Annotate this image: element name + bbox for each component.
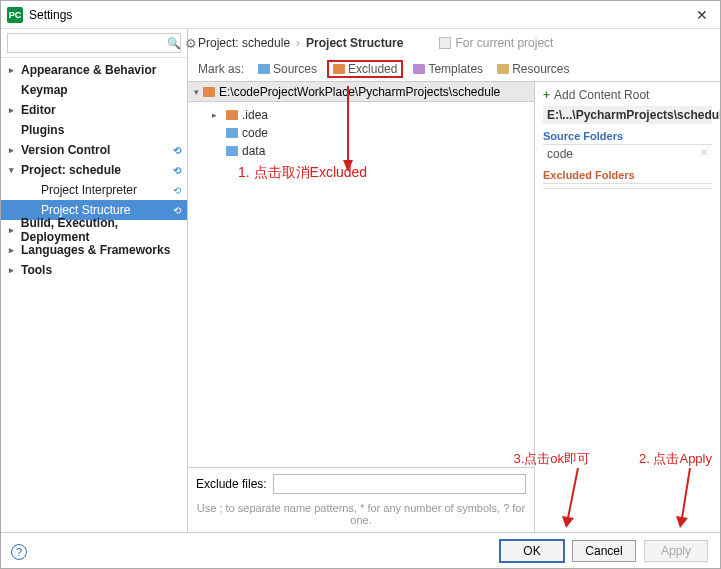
- reset-icon[interactable]: ⟲: [173, 205, 181, 216]
- sidebar-item-plugins[interactable]: Plugins: [1, 120, 187, 140]
- annotation-text-1: 1. 点击取消Excluded: [238, 164, 367, 182]
- sidebar-item-tools[interactable]: ▸Tools: [1, 260, 187, 280]
- file-tree-label: data: [242, 144, 265, 158]
- plus-icon: +: [543, 88, 550, 102]
- sidebar-item-label: Languages & Frameworks: [19, 243, 170, 257]
- chevron-icon: ▸: [9, 105, 19, 115]
- chevron-icon: ▸: [9, 225, 19, 235]
- sidebar-item-editor[interactable]: ▸Editor: [1, 100, 187, 120]
- reset-icon[interactable]: ⟲: [173, 185, 181, 196]
- sidebar-item-label: Project Structure: [39, 203, 130, 217]
- remove-source-icon[interactable]: ✕: [700, 147, 708, 161]
- ok-button[interactable]: OK: [500, 540, 564, 562]
- exclude-input[interactable]: [273, 474, 526, 494]
- breadcrumb-parent[interactable]: Project: schedule: [198, 36, 290, 50]
- reset-icon[interactable]: ⟲: [173, 165, 181, 176]
- chevron-icon: ▸: [9, 245, 19, 255]
- chevron-down-icon: ▾: [194, 87, 199, 97]
- mark-resources-button[interactable]: Resources: [493, 61, 573, 77]
- folder-icon: [226, 146, 238, 156]
- folder-icon: [226, 110, 238, 120]
- chevron-icon: ▸: [9, 65, 19, 75]
- source-folders-header: Source Folders: [543, 130, 712, 145]
- add-content-root-button[interactable]: + Add Content Root: [543, 88, 712, 102]
- sidebar-item-label: Project: schedule: [19, 163, 121, 177]
- file-tree-item[interactable]: ▸.idea: [212, 106, 534, 124]
- mark-excluded-button[interactable]: Excluded: [327, 60, 403, 78]
- content-root-header[interactable]: ▾ E:\codeProjectWorkPlace\PycharmProject…: [188, 82, 534, 102]
- excluded-folder-icon: [333, 64, 345, 74]
- close-icon[interactable]: ✕: [692, 5, 712, 25]
- folder-icon: [226, 128, 238, 138]
- search-input[interactable]: [7, 33, 181, 53]
- sidebar-item-label: Appearance & Behavior: [19, 63, 156, 77]
- file-tree-label: code: [242, 126, 268, 140]
- app-icon: PC: [7, 7, 23, 23]
- scope-hint: For current project: [439, 36, 553, 50]
- templates-folder-icon: [413, 64, 425, 74]
- sources-folder-icon: [258, 64, 270, 74]
- chevron-icon: ▸: [9, 145, 19, 155]
- sidebar-item-languages-frameworks[interactable]: ▸Languages & Frameworks: [1, 240, 187, 260]
- file-tree-label: .idea: [242, 108, 268, 122]
- chevron-icon: ▸: [9, 265, 19, 275]
- search-icon: 🔍: [167, 37, 181, 50]
- sidebar-item-appearance-behavior[interactable]: ▸Appearance & Behavior: [1, 60, 187, 80]
- exclude-label: Exclude files:: [196, 477, 267, 491]
- apply-button[interactable]: Apply: [644, 540, 708, 562]
- project-scope-icon: [439, 37, 451, 49]
- sidebar-item-label: Keymap: [19, 83, 68, 97]
- sidebar-item-build-execution-deployment[interactable]: ▸Build, Execution, Deployment: [1, 220, 187, 240]
- content-root-path: E:\codeProjectWorkPlace\PycharmProjects\…: [219, 85, 500, 99]
- help-icon[interactable]: ?: [11, 544, 27, 560]
- chevron-icon: ▾: [9, 165, 19, 175]
- breadcrumb-current: Project Structure: [306, 36, 403, 50]
- exclude-hint: Use ; to separate name patterns, * for a…: [188, 500, 534, 532]
- resources-folder-icon: [497, 64, 509, 74]
- markas-label: Mark as:: [198, 62, 244, 76]
- mark-sources-button[interactable]: Sources: [254, 61, 321, 77]
- breadcrumb-separator: ›: [296, 36, 300, 50]
- sidebar-item-project-schedule[interactable]: ▾Project: schedule⟲: [1, 160, 187, 180]
- excluded-folders-header: Excluded Folders: [543, 169, 712, 184]
- svg-marker-1: [343, 160, 353, 172]
- sidebar-item-label: Project Interpreter: [39, 183, 137, 197]
- sidebar-item-label: Plugins: [19, 123, 64, 137]
- reset-icon[interactable]: ⟲: [173, 145, 181, 156]
- chevron-right-icon: ▸: [212, 110, 222, 120]
- sidebar-item-project-interpreter[interactable]: Project Interpreter⟲: [1, 180, 187, 200]
- mark-templates-button[interactable]: Templates: [409, 61, 487, 77]
- sidebar-item-keymap[interactable]: Keymap: [1, 80, 187, 100]
- file-tree-item[interactable]: code: [212, 124, 534, 142]
- source-folder-item[interactable]: code ✕: [543, 145, 712, 163]
- sidebar-item-version-control[interactable]: ▸Version Control⟲: [1, 140, 187, 160]
- sidebar-item-label: Tools: [19, 263, 52, 277]
- sidebar-item-label: Build, Execution, Deployment: [19, 216, 187, 244]
- sidebar-item-label: Editor: [19, 103, 56, 117]
- window-title: Settings: [29, 8, 72, 22]
- cancel-button[interactable]: Cancel: [572, 540, 636, 562]
- sidebar-item-label: Version Control: [19, 143, 110, 157]
- file-tree-item[interactable]: data: [212, 142, 534, 160]
- content-root-item[interactable]: E:\...\PycharmProjects\schedule ✕: [543, 106, 712, 124]
- folder-icon: [203, 87, 215, 97]
